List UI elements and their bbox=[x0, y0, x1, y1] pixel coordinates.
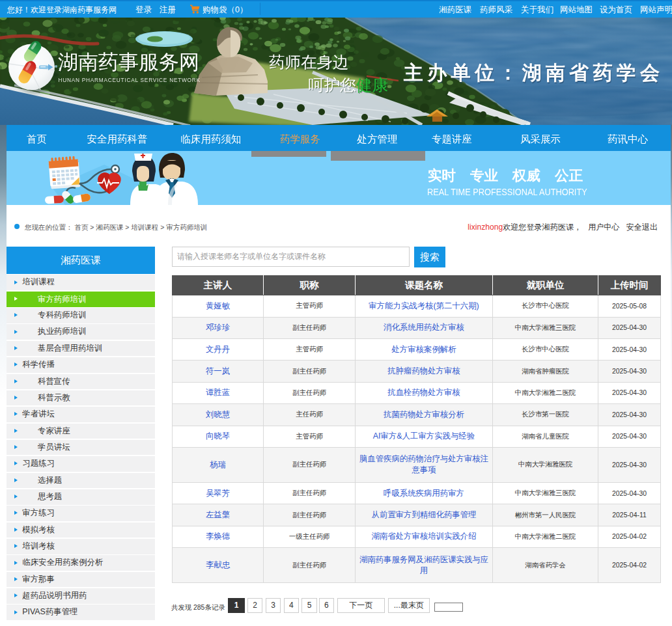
svg-text:主办单位：湖南省药学会: 主办单位：湖南省药学会 bbox=[403, 62, 664, 83]
svg-text:HUNAN PHARMACEUTICAL SERVICE N: HUNAN PHARMACEUTICAL SERVICE NETWORK bbox=[59, 77, 201, 83]
svg-text:湖南药事服务网: 湖南药事服务网 bbox=[58, 51, 199, 74]
svg-text:呵护您健康: 呵护您健康 bbox=[309, 76, 389, 94]
svg-text:药师在身边: 药师在身边 bbox=[269, 53, 349, 71]
